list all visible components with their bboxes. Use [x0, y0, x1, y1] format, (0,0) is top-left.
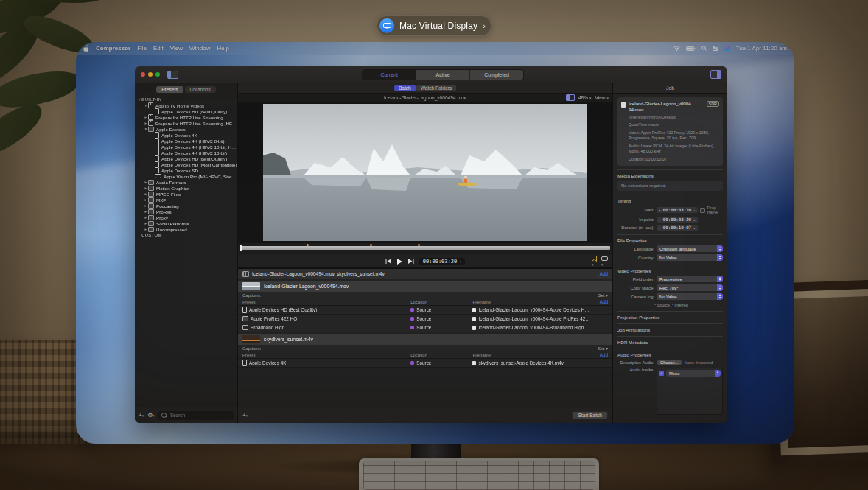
search-input[interactable] [169, 412, 231, 419]
sidebar-item[interactable]: ▸Audio Formats [135, 179, 237, 185]
add-job-footer-button[interactable]: +▾ [242, 413, 248, 419]
track-format-select[interactable]: Mono ▲▼ [666, 370, 721, 377]
add-job-button[interactable]: Add [600, 271, 608, 276]
menu-edit[interactable]: Edit [153, 45, 164, 52]
menu-view[interactable]: View [170, 45, 183, 52]
tab-current[interactable]: Current [363, 70, 416, 80]
sidebar-item[interactable]: ▸Uncompressed [135, 226, 237, 232]
preset-search-field[interactable] [158, 411, 234, 420]
output-row[interactable]: Apple ProRes 422 HQSourceIceland-Glacier… [238, 315, 612, 323]
sidebar-item[interactable]: ▸ProRes [135, 209, 237, 214]
choose-audio-button[interactable]: Choose... [657, 360, 682, 365]
timing-stepper[interactable]: ▾00:00:10:07▴ [657, 225, 698, 231]
timecode-display[interactable]: 00:00:03:20▾ [419, 258, 465, 265]
video-property-select[interactable]: Progressive▲▼ [657, 276, 723, 282]
section-audio-properties[interactable]: Audio Properties [617, 349, 723, 357]
video-property-select[interactable]: No Value▲▼ [657, 293, 723, 300]
timing-stepper[interactable]: ▾00:00:03:20▴ [657, 207, 698, 213]
sidebar-tab-presets[interactable]: Presets [156, 86, 183, 93]
stepper-up-icon[interactable]: ▴ [693, 209, 696, 212]
section-action[interactable]: Action [617, 419, 723, 423]
menu-clock[interactable]: Tue 1 Apr 11:20 am [736, 45, 787, 52]
mode-tab-batch[interactable]: Batch [394, 85, 416, 91]
inspector-toggle-icon[interactable] [710, 70, 721, 79]
playhead[interactable] [240, 245, 242, 251]
add-preset-button[interactable]: +▾ [139, 413, 144, 419]
output-row[interactable]: Apple Devices HD (Best Quality)SourceIce… [238, 306, 612, 315]
menu-window[interactable]: Window [189, 45, 210, 52]
sidebar-item[interactable]: Apple Vision Pro (MV-HEVC, Stereoscopic) [135, 173, 237, 179]
section-timing[interactable]: Timing [617, 195, 723, 203]
minimize-window-button[interactable] [148, 72, 153, 77]
stepper-down-icon[interactable]: ▾ [659, 209, 661, 212]
sidebar-item[interactable]: ▾Add to TV Home Videos [135, 102, 237, 108]
stepper-down-icon[interactable]: ▾ [659, 218, 661, 222]
next-frame-button[interactable] [407, 259, 414, 264]
file-property-select[interactable]: No Value▲▼ [657, 254, 723, 261]
stepper-up-icon[interactable]: ▴ [693, 218, 696, 222]
siri-icon[interactable] [724, 46, 730, 52]
sidebar-item[interactable]: Apple Devices HD (Best Quality) [135, 155, 237, 161]
tab-active[interactable]: Active [416, 70, 470, 80]
close-window-button[interactable] [141, 72, 145, 77]
stepper-up-icon[interactable]: ▴ [693, 226, 696, 230]
marker-icon[interactable]: ▾ [592, 256, 597, 267]
compare-view-icon[interactable] [566, 94, 575, 101]
video-property-select[interactable]: Rec. 709*▲▼ [657, 284, 723, 291]
add-output-button[interactable]: Add [600, 299, 608, 304]
sidebar-item[interactable]: ▸Social Platforms [135, 220, 237, 226]
add-output-button[interactable]: Add [600, 352, 608, 357]
section-video-properties[interactable]: Video Properties [617, 265, 723, 273]
batch-selection-header[interactable]: Iceland-Glacier-Lagoon_v000494.mov, skyd… [238, 269, 612, 279]
job-title-row[interactable]: Iceland-Glacier-Lagoon_v000494.mov [238, 281, 612, 292]
menu-help[interactable]: Help [217, 45, 228, 52]
sidebar-toggle-icon[interactable] [167, 71, 178, 79]
sidebar-item[interactable]: ▸MXF [135, 197, 237, 203]
menu-app-name[interactable]: Compressor [96, 45, 130, 52]
timeline-marker[interactable] [418, 244, 420, 246]
sidebar-item[interactable]: ▸MPEG Files [135, 191, 237, 197]
sidebar-item[interactable]: Apple Devices SD [135, 167, 237, 173]
play-button[interactable] [397, 259, 402, 265]
sidebar-item[interactable]: ▸Motion Graphics [135, 185, 237, 191]
battery-icon[interactable] [686, 46, 696, 51]
apple-menu-icon[interactable] [83, 45, 89, 52]
tab-completed[interactable]: Completed [470, 70, 523, 80]
previous-frame-button[interactable] [385, 259, 392, 264]
sidebar-tab-locations[interactable]: Locations [185, 86, 216, 93]
captions-set-dropdown[interactable]: Set ▾ [598, 293, 608, 298]
section-hdr-metadata[interactable]: HDR Metadata [617, 336, 723, 345]
video-preview[interactable] [263, 104, 587, 241]
sidebar-item[interactable]: ▸Podcasting [135, 203, 237, 209]
section-file-properties[interactable]: File Properties [617, 234, 723, 243]
sidebar-item[interactable]: ▸Proxy [135, 214, 237, 220]
zoom-level-dropdown[interactable]: 48% ▾ [578, 94, 592, 102]
timeline-marker[interactable] [307, 244, 309, 246]
sidebar-item[interactable]: ▸Prepare for HTTP Live Streaming [135, 114, 237, 120]
timeline-marker[interactable] [370, 244, 372, 246]
drop-frame-checkbox[interactable] [700, 208, 705, 213]
track-enabled-checkbox[interactable]: ✓ [659, 371, 664, 376]
chevron-right-icon[interactable]: › [483, 21, 486, 30]
zoom-window-button[interactable] [155, 72, 160, 77]
captions-set-dropdown[interactable]: Set ▾ [598, 346, 608, 351]
captions-overlay-icon[interactable]: ▾ [601, 256, 608, 267]
sidebar-item[interactable]: Apple Devices 4K (HEVC 10-bit, HLG, Dolb… [135, 144, 237, 150]
sidebar-item[interactable]: ▸Prepare for HTTP Live Streaming (HEVC) [135, 120, 237, 126]
output-row[interactable]: Apple Devices 4KSourceskydivers_sunset-A… [238, 359, 612, 368]
section-projection-properties[interactable]: Projection Properties [617, 311, 723, 320]
timeline-scrubber[interactable] [240, 246, 610, 250]
stepper-down-icon[interactable]: ▾ [659, 226, 661, 230]
sidebar-item[interactable]: Apple Devices 4K (HEVC 10-bit) [135, 150, 237, 155]
sidebar-item[interactable]: ▾Apple Devices [135, 126, 237, 132]
search-icon[interactable] [701, 46, 707, 51]
output-row[interactable]: Broadband HighSourceIceland-Glacier-Lago… [238, 323, 612, 332]
gear-icon[interactable]: ⚙▾ [147, 413, 155, 419]
section-media-extensions[interactable]: Media Extensions [617, 169, 723, 178]
sidebar-item[interactable]: CUSTOM [135, 232, 237, 238]
timing-stepper[interactable]: ▾00:00:03:20▴ [657, 217, 698, 223]
sidebar-item[interactable]: Apple Devices 4K [135, 132, 237, 138]
start-batch-button[interactable]: Start Batch [572, 411, 608, 419]
mode-tab-watch-folders[interactable]: Watch Folders [416, 85, 456, 91]
wifi-icon[interactable] [673, 46, 680, 51]
